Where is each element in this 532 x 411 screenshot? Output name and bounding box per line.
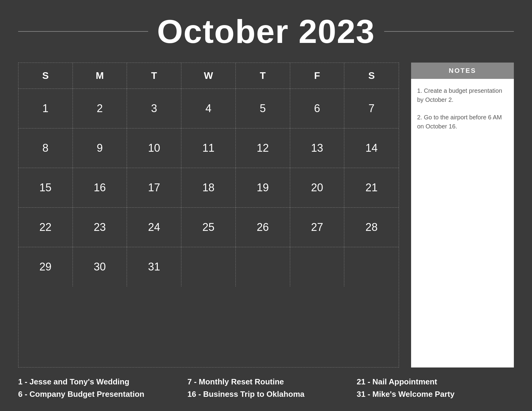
- week-row-2: 15161718192021: [18, 168, 399, 208]
- day-number-12: 12: [257, 142, 269, 154]
- day-number-24: 24: [148, 221, 160, 234]
- event-item-0: 1 - Jesse and Tony's Wedding: [18, 377, 175, 387]
- day-number-13: 13: [311, 142, 323, 154]
- day-number-18: 18: [202, 181, 214, 194]
- day-cell-17: 17: [127, 168, 181, 207]
- day-cell-15: 15: [18, 168, 73, 207]
- note-item-0: 1. Create a budget presentation by Octob…: [417, 86, 508, 104]
- day-cell-empty-4-3: [181, 247, 236, 286]
- day-cell-4: 4: [181, 89, 236, 128]
- day-number-17: 17: [148, 181, 160, 194]
- note-item-1: 2. Go to the airport before 6 AM on Octo…: [417, 113, 508, 131]
- day-number-1: 1: [42, 102, 48, 115]
- day-number-20: 20: [311, 181, 323, 194]
- day-number-28: 28: [365, 221, 378, 234]
- day-cell-empty-4-4: [236, 247, 290, 286]
- day-cell-9: 9: [73, 128, 127, 168]
- event-item-1: 7 - Monthly Reset Routine: [187, 377, 345, 387]
- day-cell-25: 25: [181, 208, 236, 247]
- week-row-4: 293031: [18, 247, 399, 286]
- day-cell-19: 19: [236, 168, 290, 207]
- day-number-7: 7: [368, 102, 375, 115]
- day-number-5: 5: [260, 102, 266, 115]
- day-cell-13: 13: [290, 128, 345, 168]
- day-number-11: 11: [202, 142, 214, 154]
- calendar-section: SMTWTFS 12345678910111213141516171819202…: [18, 63, 399, 367]
- day-cell-3: 3: [127, 89, 181, 128]
- calendar-grid: SMTWTFS 12345678910111213141516171819202…: [18, 63, 399, 367]
- day-cell-26: 26: [236, 208, 290, 247]
- main-content: SMTWTFS 12345678910111213141516171819202…: [18, 63, 514, 367]
- day-cell-21: 21: [344, 168, 399, 207]
- day-cell-30: 30: [73, 247, 127, 286]
- day-cell-1: 1: [18, 89, 73, 128]
- day-cell-22: 22: [18, 208, 73, 247]
- day-number-26: 26: [257, 221, 269, 234]
- day-cell-29: 29: [18, 247, 73, 286]
- day-header-W-3: W: [181, 63, 236, 89]
- day-number-6: 6: [314, 102, 320, 115]
- day-number-3: 3: [151, 102, 157, 115]
- event-item-3: 6 - Company Budget Presentation: [18, 390, 175, 399]
- day-cell-23: 23: [73, 208, 127, 247]
- day-header-F-5: F: [290, 63, 345, 89]
- day-cell-7: 7: [344, 89, 399, 128]
- day-cell-31: 31: [127, 247, 181, 286]
- day-header-T-2: T: [127, 63, 181, 89]
- day-header-T-4: T: [236, 63, 290, 89]
- week-row-3: 22232425262728: [18, 208, 399, 247]
- weeks-container: 1234567891011121314151617181920212223242…: [18, 89, 399, 286]
- event-item-2: 21 - Nail Appointment: [357, 377, 514, 387]
- day-number-19: 19: [257, 181, 269, 194]
- day-number-22: 22: [39, 221, 51, 234]
- title-section: October 2023: [18, 12, 514, 50]
- day-cell-empty-4-6: [344, 247, 399, 286]
- week-row-0: 1234567: [18, 89, 399, 128]
- day-number-29: 29: [39, 261, 51, 273]
- day-number-21: 21: [365, 181, 378, 194]
- day-number-23: 23: [94, 221, 106, 234]
- day-cell-24: 24: [127, 208, 181, 247]
- day-cell-empty-4-5: [290, 247, 345, 286]
- day-header-M-1: M: [73, 63, 127, 89]
- notes-body: 1. Create a budget presentation by Octob…: [411, 79, 514, 367]
- day-cell-8: 8: [18, 128, 73, 168]
- day-cell-6: 6: [290, 89, 345, 128]
- day-cell-12: 12: [236, 128, 290, 168]
- day-number-30: 30: [94, 261, 106, 273]
- day-cell-20: 20: [290, 168, 345, 207]
- day-cell-10: 10: [127, 128, 181, 168]
- page-title: October 2023: [157, 12, 375, 50]
- day-cell-28: 28: [344, 208, 399, 247]
- day-number-27: 27: [311, 221, 323, 234]
- day-number-8: 8: [42, 142, 48, 154]
- day-number-4: 4: [205, 102, 211, 115]
- day-cell-14: 14: [344, 128, 399, 168]
- day-cell-5: 5: [236, 89, 290, 128]
- event-item-4: 16 - Business Trip to Oklahoma: [187, 390, 345, 399]
- week-row-1: 891011121314: [18, 128, 399, 168]
- events-footer: 1 - Jesse and Tony's Wedding7 - Monthly …: [18, 377, 514, 399]
- notes-header: NOTES: [411, 63, 514, 79]
- day-cell-2: 2: [73, 89, 127, 128]
- title-line-left: [18, 31, 148, 32]
- day-number-31: 31: [148, 261, 160, 273]
- day-cell-18: 18: [181, 168, 236, 207]
- day-number-10: 10: [148, 142, 160, 154]
- day-cell-27: 27: [290, 208, 345, 247]
- day-number-14: 14: [365, 142, 378, 154]
- day-number-16: 16: [94, 181, 106, 194]
- day-header-S-0: S: [18, 63, 73, 89]
- day-cell-11: 11: [181, 128, 236, 168]
- day-number-2: 2: [97, 102, 103, 115]
- event-item-5: 31 - Mike's Welcome Party: [357, 390, 514, 399]
- title-line-right: [384, 31, 514, 32]
- day-header-S-6: S: [344, 63, 399, 89]
- day-headers-row: SMTWTFS: [18, 63, 399, 89]
- day-number-15: 15: [39, 181, 51, 194]
- day-number-25: 25: [202, 221, 214, 234]
- day-number-9: 9: [97, 142, 103, 154]
- day-cell-16: 16: [73, 168, 127, 207]
- notes-section: NOTES 1. Create a budget presentation by…: [411, 63, 514, 367]
